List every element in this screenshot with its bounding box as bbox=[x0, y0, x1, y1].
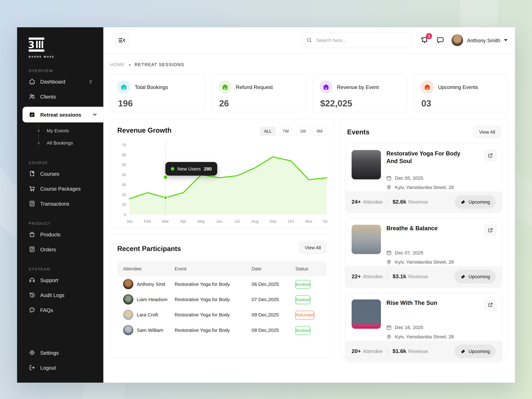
sidebar-item-label: Retreat sessions bbox=[40, 112, 81, 118]
external-link-icon bbox=[488, 302, 493, 308]
sidebar-item-settings[interactable]: Settings bbox=[17, 345, 103, 360]
sidebar-item-label: Orders bbox=[40, 247, 56, 252]
attendee-label: Attendee bbox=[363, 348, 383, 354]
event-status-pill[interactable]: Upcoming bbox=[455, 344, 496, 358]
sidebar-item-faqs[interactable]: ? FAQs bbox=[17, 303, 103, 317]
event-date: Dec 05, 2025 bbox=[395, 175, 423, 181]
event-date: Dec 07, 2025 bbox=[395, 250, 423, 255]
sidebar-item-label: Clients bbox=[40, 94, 56, 100]
status-badge: Refunded bbox=[295, 310, 315, 319]
search-icon bbox=[307, 37, 312, 43]
sidebar-item-transactions[interactable]: Transactions bbox=[17, 196, 103, 211]
event-card[interactable]: Breathe & Balance Dec 07, 2025 bbox=[345, 218, 502, 288]
main-panel: HOME › RETREAT SESSIONS Total Bookings 1… bbox=[103, 54, 515, 383]
event-thumbnail bbox=[352, 225, 381, 254]
breadcrumb-home[interactable]: HOME bbox=[110, 62, 125, 67]
app-window: 3 BARRE MUSE OVERVIEW Dashboard 3 Client… bbox=[17, 27, 515, 383]
revenue-growth-chart[interactable]: 010203040506070JanFebMarAprMayJunJulAugS… bbox=[117, 140, 327, 228]
sidebar-collapse-button[interactable] bbox=[115, 33, 129, 47]
events-view-all-button[interactable]: View All bbox=[473, 126, 501, 138]
filter-1m-button[interactable]: 1M bbox=[296, 127, 310, 136]
event-status-pill[interactable]: Upcoming bbox=[455, 195, 496, 209]
status-badge: Booked bbox=[295, 280, 310, 289]
cart-icon bbox=[29, 185, 35, 192]
sidebar-item-support[interactable]: Support bbox=[17, 272, 103, 288]
event-status-label: Upcoming bbox=[469, 199, 490, 205]
table-header: Attendee Event Date Status bbox=[117, 261, 327, 276]
ticket-icon bbox=[460, 349, 465, 354]
chat-bubble-icon bbox=[436, 36, 445, 45]
home-icon bbox=[29, 78, 35, 85]
sidebar-item-dashboard[interactable]: Dashboard 3 bbox=[17, 74, 103, 89]
status-badge: Booked bbox=[295, 295, 310, 304]
filter-7w-button[interactable]: 7W bbox=[279, 127, 293, 136]
stat-label: Refund Request bbox=[236, 84, 273, 90]
filter-all-button[interactable]: ALL bbox=[260, 127, 276, 136]
page-background: 3 BARRE MUSE OVERVIEW Dashboard 3 Client… bbox=[0, 0, 532, 399]
x-axis-tick-label: Dec bbox=[323, 219, 327, 223]
table-row[interactable]: Liam Headson Restorative Yoga for Body 0… bbox=[117, 291, 327, 307]
event-thumbnail bbox=[352, 150, 381, 179]
avatar bbox=[452, 34, 463, 46]
sidebar-item-logout[interactable]: Logout bbox=[17, 360, 103, 375]
open-event-button[interactable] bbox=[484, 224, 496, 236]
sidebar-item-products[interactable]: Products bbox=[17, 227, 103, 242]
status-badge: Booked bbox=[295, 326, 310, 335]
avatar bbox=[123, 279, 133, 289]
sidebar-item-clients[interactable]: Clients bbox=[17, 89, 103, 104]
chart-tooltip: New Users 280 bbox=[165, 162, 217, 176]
search-input[interactable] bbox=[316, 37, 406, 43]
revenue-label: Revenue bbox=[408, 274, 428, 279]
participants-view-all-button[interactable]: View All bbox=[299, 241, 327, 254]
bookings-icon bbox=[117, 81, 130, 93]
refund-icon bbox=[218, 81, 231, 93]
open-event-button[interactable] bbox=[484, 149, 496, 162]
history-icon bbox=[29, 291, 35, 298]
event-card[interactable]: Restorative Yoga For Body And Soul Dec 0… bbox=[345, 144, 502, 213]
column-header: Attendee bbox=[123, 266, 175, 271]
user-name: Anthony Smith bbox=[467, 37, 500, 43]
event-location: Kyiv, Yaroslavska Street, 28 bbox=[395, 184, 454, 190]
avatar bbox=[123, 325, 133, 335]
event-footer: 24+ Attendee $2.6k Revenue Upcoming bbox=[345, 191, 502, 212]
sidebar-item-label: Course Packages bbox=[40, 186, 81, 191]
sidebar-item-courses[interactable]: Courses bbox=[17, 166, 103, 181]
sidebar-item-course-packages[interactable]: Course Packages bbox=[17, 181, 103, 196]
sidebar-item-audit-logs[interactable]: Audit Logs bbox=[17, 288, 103, 303]
y-axis-tick-label: 50 bbox=[122, 163, 126, 167]
tooltip-value: 280 bbox=[204, 166, 212, 171]
stat-label: Total Bookings bbox=[135, 84, 168, 90]
event-card[interactable]: Rise With The Sun Dec 16, 2025 bbox=[345, 293, 502, 362]
event-status-pill[interactable]: Upcoming bbox=[455, 270, 496, 283]
open-event-button[interactable] bbox=[484, 299, 496, 311]
search-box[interactable] bbox=[302, 32, 412, 48]
user-menu[interactable]: Anthony Smith bbox=[452, 34, 507, 46]
table-row[interactable]: Lara Croft Restorative Yoga for Body 09 … bbox=[117, 307, 327, 322]
gear-icon bbox=[29, 349, 35, 356]
table-row[interactable]: Anthony Smit Restorative Yoga for Body 0… bbox=[117, 276, 327, 291]
booking-date: 09 Dec,2025 bbox=[252, 327, 295, 333]
chart-area-fill bbox=[130, 157, 327, 214]
y-axis-tick-label: 20 bbox=[122, 192, 126, 197]
sidebar-item-all-bookings[interactable]: All Bookings bbox=[47, 137, 103, 149]
stat-card-revenue: Revenue by Event $22,025 bbox=[312, 74, 407, 112]
x-axis-tick-label: Jun bbox=[216, 219, 222, 223]
y-axis-tick-label: 70 bbox=[122, 143, 126, 147]
sidebar-item-orders[interactable]: Orders bbox=[17, 242, 103, 257]
table-row[interactable]: Sam William Restorative Yoga for Body 09… bbox=[117, 322, 327, 338]
booking-date: 07 Dec,2025 bbox=[252, 297, 295, 302]
sidebar-item-label: Dashboard bbox=[40, 79, 65, 84]
event-name: Restorative Yoga for Body bbox=[175, 281, 252, 287]
headset-icon bbox=[29, 277, 35, 283]
stats-row: Total Bookings 196 Refund Request 26 bbox=[110, 74, 508, 112]
filter-6m-button[interactable]: 6M bbox=[313, 127, 327, 136]
messages-button[interactable] bbox=[436, 36, 445, 45]
y-axis-tick-label: 0 bbox=[124, 212, 126, 217]
notifications-button[interactable]: 5 bbox=[420, 36, 429, 45]
revenue-amount: $2.6k bbox=[393, 199, 406, 205]
sidebar-item-label: Products bbox=[40, 231, 61, 237]
column-header: Status bbox=[295, 266, 327, 271]
stat-value: 26 bbox=[219, 98, 299, 109]
sidebar-item-retreat-sessions[interactable]: Retreat sessions bbox=[22, 107, 103, 122]
sidebar-item-my-events[interactable]: My Events bbox=[47, 125, 103, 137]
